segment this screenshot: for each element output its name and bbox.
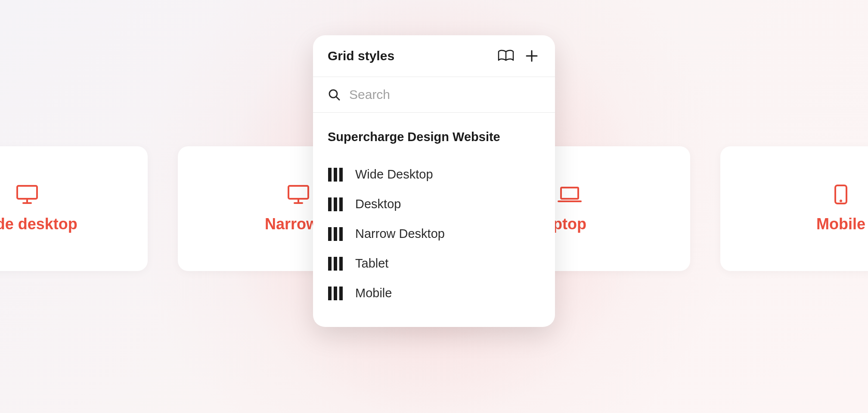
device-card-wide-desktop[interactable]: Wide desktop <box>0 146 148 271</box>
grid-columns-icon <box>328 197 343 211</box>
panel-title: Grid styles <box>328 49 489 63</box>
style-item-label: Narrow Desktop <box>355 227 445 241</box>
library-icon[interactable] <box>497 47 515 65</box>
search-row <box>313 77 555 113</box>
grid-columns-icon <box>328 257 343 271</box>
grid-columns-icon <box>328 227 343 241</box>
style-item-label: Wide Desktop <box>355 167 433 182</box>
device-card-mobile[interactable]: Mobile <box>720 146 868 271</box>
style-item-narrow-desktop[interactable]: Narrow Desktop <box>328 219 540 249</box>
svg-rect-0 <box>17 186 37 199</box>
search-input[interactable] <box>349 87 540 102</box>
grid-styles-panel: Grid styles Supercharge Design Website <box>313 35 555 327</box>
laptop-icon <box>558 184 582 205</box>
style-item-label: Mobile <box>355 286 392 300</box>
grid-columns-icon <box>328 168 343 182</box>
style-item-tablet[interactable]: Tablet <box>328 249 540 278</box>
style-list: Wide Desktop Desktop Narrow Desktop Tabl… <box>328 160 540 308</box>
grid-columns-icon <box>328 287 343 300</box>
svg-line-14 <box>336 97 339 100</box>
style-item-wide-desktop[interactable]: Wide Desktop <box>328 160 540 189</box>
plus-icon[interactable] <box>523 47 540 65</box>
panel-body: Supercharge Design Website Wide Desktop … <box>313 113 555 327</box>
svg-rect-3 <box>288 186 308 199</box>
svg-rect-6 <box>561 188 578 199</box>
style-item-desktop[interactable]: Desktop <box>328 189 540 219</box>
style-item-mobile[interactable]: Mobile <box>328 278 540 308</box>
desktop-icon <box>286 184 310 205</box>
device-card-label: Wide desktop <box>0 215 78 233</box>
search-icon <box>328 88 341 101</box>
desktop-icon <box>15 184 39 205</box>
mobile-icon <box>829 184 853 205</box>
style-item-label: Tablet <box>355 256 388 271</box>
style-item-label: Desktop <box>355 197 401 211</box>
device-card-label: Mobile <box>816 215 865 233</box>
device-card-label: ptop <box>553 215 586 233</box>
svg-point-9 <box>840 200 841 201</box>
style-group-title: Supercharge Design Website <box>328 130 540 144</box>
panel-header: Grid styles <box>313 35 555 77</box>
